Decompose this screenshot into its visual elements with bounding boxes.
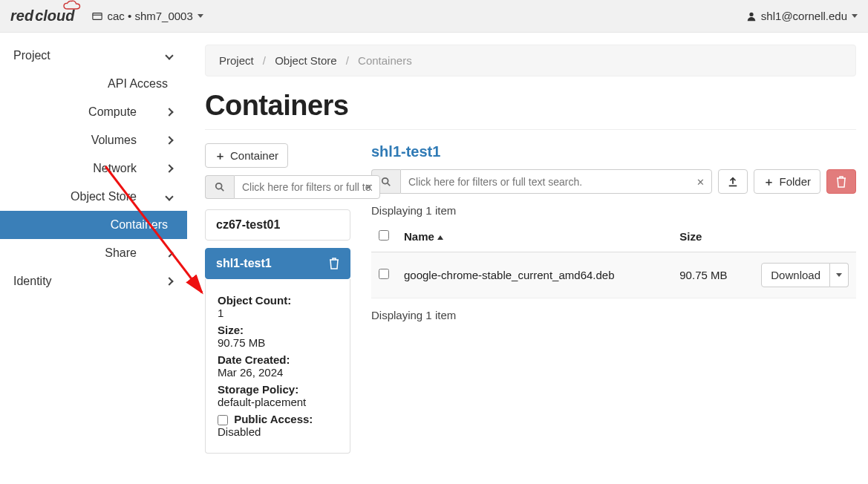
breadcrumb-project[interactable]: Project xyxy=(219,54,254,67)
nav-identity[interactable]: Identity xyxy=(0,267,187,295)
download-label: Download xyxy=(771,269,820,281)
clear-icon[interactable]: ✕ xyxy=(696,176,705,187)
svg-point-3 xyxy=(216,183,222,189)
new-container-label: Container xyxy=(230,149,278,162)
chevron-right-icon xyxy=(165,108,173,116)
row-actions-dropdown[interactable] xyxy=(830,263,849,287)
nav-compute[interactable]: Compute xyxy=(0,98,187,126)
upload-button[interactable] xyxy=(718,169,748,194)
search-addon xyxy=(205,175,234,199)
download-button[interactable]: Download xyxy=(761,263,830,287)
date-created-value: Mar 26, 2024 xyxy=(218,366,338,379)
displaying-bottom: Displaying 1 item xyxy=(371,309,856,321)
new-folder-button[interactable]: ＋ Folder xyxy=(754,169,820,194)
nav-identity-label: Identity xyxy=(13,275,52,288)
object-list-panel: shl1-test1 ✕ ＋ xyxy=(371,143,856,326)
user-email: shl1@cornell.edu xyxy=(761,10,847,22)
row-checkbox[interactable] xyxy=(379,269,389,279)
size-value: 90.75 MB xyxy=(218,336,338,349)
topbar-left: redcloud cac • shm7_0003 xyxy=(10,7,203,24)
search-icon xyxy=(215,182,225,192)
plus-icon: ＋ xyxy=(763,176,774,187)
object-size: 90.75 MB xyxy=(672,252,754,298)
caret-down-icon xyxy=(836,273,842,277)
clear-icon[interactable]: ✕ xyxy=(365,182,373,193)
nav-object-store[interactable]: Object Store xyxy=(0,183,187,211)
date-created-label: Date Created: xyxy=(218,353,338,366)
selected-container-title[interactable]: shl1-test1 xyxy=(371,143,856,160)
col-name-label: Name xyxy=(404,230,434,243)
nav-containers[interactable]: Containers xyxy=(0,211,187,239)
delete-button[interactable] xyxy=(826,169,856,194)
nav-network-label: Network xyxy=(93,162,137,175)
object-count-value: 1 xyxy=(218,307,338,319)
container-item-cz67[interactable]: cz67-test01 xyxy=(205,209,350,241)
chevron-right-icon xyxy=(165,136,173,144)
trash-icon[interactable] xyxy=(329,258,339,269)
caret-down-icon xyxy=(198,14,203,18)
object-table: Name Size google-chrome-stable_current_a… xyxy=(371,221,856,298)
breadcrumb-containers: Containers xyxy=(358,54,412,67)
user-icon xyxy=(746,11,757,22)
col-name[interactable]: Name xyxy=(397,221,672,252)
public-access-label: Public Access: xyxy=(218,413,338,425)
svg-line-4 xyxy=(221,189,224,192)
svg-rect-0 xyxy=(93,13,102,19)
breadcrumb-object-store[interactable]: Object Store xyxy=(275,54,336,67)
table-row: google-chrome-stable_current_amd64.deb 9… xyxy=(371,252,856,298)
nav-project[interactable]: Project xyxy=(0,42,187,70)
object-name[interactable]: google-chrome-stable_current_amd64.deb xyxy=(397,252,672,298)
public-access-checkbox[interactable] xyxy=(218,415,228,425)
svg-point-2 xyxy=(749,12,753,16)
nav-volumes[interactable]: Volumes xyxy=(0,126,187,154)
trash-icon xyxy=(836,176,846,188)
caret-down-icon xyxy=(852,14,858,18)
folder-label: Folder xyxy=(779,175,811,188)
container-name: cz67-test01 xyxy=(216,218,280,232)
cloud-icon xyxy=(62,0,83,12)
nav-compute-label: Compute xyxy=(88,105,137,119)
col-size-label: Size xyxy=(679,230,702,243)
breadcrumb-sep: / xyxy=(263,54,266,67)
sidebar: Project API Access Compute Volumes Netwo… xyxy=(0,33,187,483)
container-list-panel: ＋ Container ✕ cz67-test01 xyxy=(205,143,350,454)
nav-api-access[interactable]: API Access xyxy=(0,70,187,98)
nav-network[interactable]: Network xyxy=(0,154,187,183)
breadcrumb: Project / Object Store / Containers xyxy=(205,45,856,76)
brand-logo[interactable]: redcloud xyxy=(10,7,74,24)
chevron-down-icon xyxy=(165,192,173,200)
nav-project-label: Project xyxy=(13,49,50,62)
layers-icon xyxy=(92,11,102,22)
svg-point-5 xyxy=(382,177,388,183)
chevron-right-icon xyxy=(165,249,173,257)
new-container-button[interactable]: ＋ Container xyxy=(205,143,288,168)
container-item-shl1[interactable]: shl1-test1 xyxy=(205,248,350,279)
breadcrumb-sep: / xyxy=(346,54,349,67)
public-access-label-text: Public Access: xyxy=(234,413,313,425)
nav-volumes-label: Volumes xyxy=(91,134,137,147)
search-icon xyxy=(381,177,391,187)
project-switcher[interactable]: cac • shm7_0003 xyxy=(92,10,203,22)
nav-containers-label: Containers xyxy=(111,218,168,232)
storage-policy-value: default-placement xyxy=(218,396,338,408)
chevron-right-icon xyxy=(165,277,173,285)
container-name: shl1-test1 xyxy=(216,257,272,270)
storage-policy-label: Storage Policy: xyxy=(218,383,338,396)
upload-icon xyxy=(728,177,738,187)
nav-share[interactable]: Share xyxy=(0,239,187,267)
chevron-down-icon xyxy=(165,51,173,59)
brand-red: red xyxy=(10,7,33,24)
sort-asc-icon xyxy=(437,235,443,240)
object-filter-input[interactable] xyxy=(400,169,712,194)
nav-share-label: Share xyxy=(105,246,137,260)
col-size[interactable]: Size xyxy=(672,221,754,252)
main-content: Project / Object Store / Containers Cont… xyxy=(187,33,868,483)
size-label: Size: xyxy=(218,324,338,336)
nav-api-access-label: API Access xyxy=(108,77,168,91)
nav-object-store-label: Object Store xyxy=(71,190,137,203)
container-filter-input[interactable] xyxy=(234,175,380,199)
object-count-label: Object Count: xyxy=(218,294,338,307)
select-all-checkbox[interactable] xyxy=(379,230,389,241)
page-title: Containers xyxy=(205,90,856,122)
user-menu[interactable]: shl1@cornell.edu xyxy=(746,10,858,22)
